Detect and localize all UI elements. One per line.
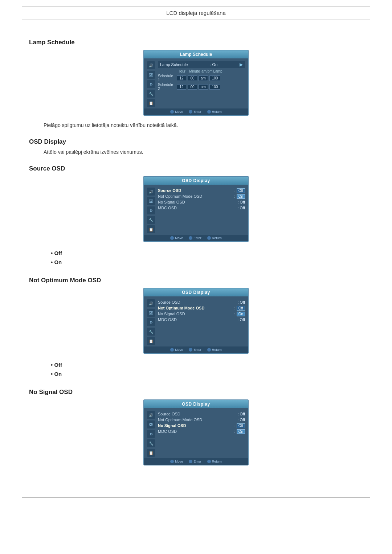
lamp-footer: Move Enter Return (144, 108, 248, 115)
s-icon-2: 🖼 (147, 197, 155, 205)
not-optimum-footer-return: Return (207, 348, 222, 352)
source-osd-label-2: Not Optimum Mode OSD (158, 194, 202, 198)
schedule-2-lamp: 100 (209, 84, 220, 90)
no-signal-label-1: Source OSD (158, 412, 180, 416)
arrow-right-icon: ▶ (240, 62, 243, 67)
source-osd-screenshot: OSD Display 🔊 🖼 ⚙ 🔧 📋 Source OSD : Off N… (29, 176, 363, 242)
no-signal-label-2: Not Optimum Mode OSD (158, 418, 202, 422)
no-signal-icons: 🔊 🖼 ⚙ 🔧 📋 (146, 410, 156, 457)
no-signal-selected-off: Off (237, 423, 245, 428)
not-optimum-footer-enter: Enter (189, 348, 201, 352)
ns-icon-2: 🖼 (147, 420, 155, 428)
n-icon-2: 🖼 (147, 309, 155, 317)
source-osd-on: On (237, 194, 245, 199)
section-title-no-signal: No Signal OSD (29, 389, 363, 396)
schedule-2-label: Schedule 2 (158, 83, 175, 91)
not-optimum-label-2: Not Optimum Mode OSD (158, 306, 204, 310)
section-title-not-optimum: Not Optimum Mode OSD (29, 277, 363, 284)
ns-icon-1: 🔊 (147, 411, 155, 419)
source-osd-row-4: MDC OSD : Off (158, 205, 245, 211)
no-signal-val-4: : On (234, 429, 245, 434)
not-optimum-label-3: No Signal OSD (158, 312, 185, 316)
schedule-1-label: Schedule 1 (158, 74, 175, 82)
no-signal-screenshot: OSD Display 🔊 🖼 ⚙ 🔧 📋 Source OSD : Off N… (29, 399, 363, 465)
not-optimum-row-2: Not Optimum Mode OSD : Off (158, 305, 245, 311)
source-osd-val-1: : Off (234, 188, 245, 193)
lamp-main: Lamp Schedule : On ▶ Hour Minute am/pm L… (156, 61, 246, 107)
section-title-source-osd: Source OSD (29, 165, 363, 172)
not-optimum-icons: 🔊 🖼 ⚙ 🔧 📋 (146, 299, 156, 345)
no-signal-footer-return: Return (207, 460, 222, 463)
source-osd-body: 🔊 🖼 ⚙ 🔧 📋 Source OSD : Off Not Optimum M… (144, 185, 248, 235)
no-signal-val-1: : Off (237, 412, 245, 416)
s-icon-1: 🔊 (147, 188, 155, 196)
lamp-top-row: Lamp Schedule : On ▶ (158, 61, 245, 68)
col-minute: Minute (189, 69, 199, 73)
n-icon-3: ⚙ (147, 318, 155, 326)
lamp-col-headers: Hour Minute am/pm Lamp (158, 69, 245, 74)
lamp-schedule-value: : On (210, 62, 217, 67)
lamp-icons: 🔊 🖼 ⚙ 🔧 📋 (146, 61, 156, 107)
source-osd-footer: Move Enter Return (144, 235, 248, 241)
icon-1: 🔊 (147, 61, 155, 69)
n-icon-1: 🔊 (147, 299, 155, 307)
no-signal-body: 🔊 🖼 ⚙ 🔧 📋 Source OSD : Off Not Optimum M… (144, 408, 248, 458)
osd-display-desc: Attēlo vai paslēpj ekrāna izvēlnes vienu… (44, 149, 363, 155)
schedule-1-hour: 12 (177, 75, 186, 81)
source-osd-icons: 🔊 🖼 ⚙ 🔧 📋 (146, 187, 156, 233)
col-lamp: Lamp (213, 69, 222, 73)
lamp-schedule-label: Lamp Schedule (160, 62, 188, 67)
no-signal-box: OSD Display 🔊 🖼 ⚙ 🔧 📋 Source OSD : Off N… (143, 399, 249, 465)
no-signal-on: On (237, 429, 245, 434)
icon-3: ⚙ (147, 80, 155, 88)
ns-icon-5: 📋 (147, 449, 155, 457)
lamp-title-bar: Lamp Schedule (144, 50, 248, 58)
no-signal-row-3: No Signal OSD : Off (158, 423, 245, 428)
no-signal-footer-move: Move (170, 460, 183, 463)
no-signal-row-2: Not Optimum Mode OSD : Off (158, 417, 245, 423)
not-optimum-title: OSD Display (144, 288, 248, 296)
not-optimum-row-4: MDC OSD : Off (158, 317, 245, 323)
lamp-body: 🔊 🖼 ⚙ 🔧 📋 Lamp Schedule : On ▶ Hour Minu… (144, 58, 248, 108)
no-signal-footer: Move Enter Return (144, 458, 248, 465)
section-title-lamp-schedule: Lamp Schedule (29, 39, 363, 46)
not-optimum-label-4: MDC OSD (158, 317, 177, 322)
source-footer-move: Move (170, 236, 183, 240)
source-osd-title: OSD Display (144, 177, 248, 185)
source-osd-val-2: : On (234, 194, 245, 198)
not-optimum-val-3: : On (234, 312, 245, 316)
no-signal-footer-enter: Enter (189, 460, 201, 463)
not-optimum-footer-move: Move (170, 348, 183, 352)
not-optimum-val-2: : Off (234, 306, 245, 310)
no-signal-row-4: MDC OSD : On (158, 428, 245, 434)
schedule-2-ampm: am (199, 84, 208, 90)
schedule-2-row: Schedule 2 12 00 am 100 (158, 83, 245, 91)
n-icon-5: 📋 (147, 337, 155, 345)
source-osd-row-2: Not Optimum Mode OSD : On (158, 193, 245, 199)
icon-4: 🔧 (147, 90, 155, 98)
not-optimum-on: On (237, 312, 245, 316)
not-optimum-footer: Move Enter Return (144, 346, 248, 353)
source-osd-box: OSD Display 🔊 🖼 ⚙ 🔧 📋 Source OSD : Off N… (143, 176, 249, 242)
main-content: Lamp Schedule Lamp Schedule 🔊 🖼 ⚙ 🔧 📋 La… (0, 20, 392, 487)
lamp-schedule-screenshot: Lamp Schedule 🔊 🖼 ⚙ 🔧 📋 Lamp Schedule : … (29, 50, 363, 116)
bottom-rule (22, 497, 370, 498)
col-hour: Hour (177, 69, 186, 73)
no-signal-title: OSD Display (144, 400, 248, 408)
source-osd-val-4: : Off (237, 206, 245, 210)
source-osd-label-1: Source OSD (158, 188, 181, 193)
no-signal-val-2: : Off (237, 418, 245, 422)
bullet-on-2: On (51, 369, 363, 378)
icon-5: 📋 (147, 99, 155, 107)
schedule-2-minute: 00 (188, 84, 197, 90)
bullet-off-1: Off (51, 249, 363, 258)
lamp-footer-move: Move (170, 110, 183, 114)
source-osd-label-4: MDC OSD (158, 206, 177, 210)
not-optimum-val-1: : Off (237, 300, 245, 304)
not-optimum-bullets: Off On (51, 360, 363, 378)
not-optimum-body: 🔊 🖼 ⚙ 🔧 📋 Source OSD : Off Not Optimum M… (144, 296, 248, 346)
source-footer-enter: Enter (189, 236, 201, 240)
s-icon-3: ⚙ (147, 206, 155, 214)
schedule-1-lamp: 100 (209, 75, 220, 81)
no-signal-label-3: No Signal OSD (158, 423, 186, 428)
